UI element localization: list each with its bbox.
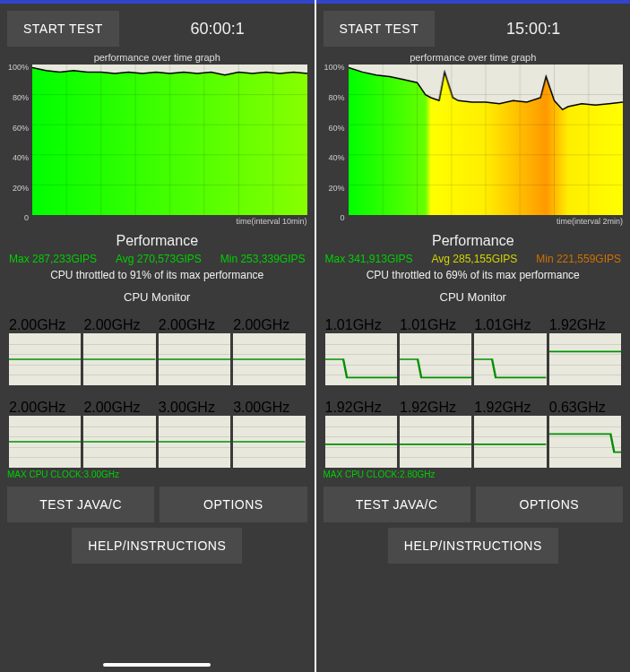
core-chart: [325, 416, 397, 468]
help-button[interactable]: HELP/INSTRUCTIONS: [388, 528, 558, 564]
y-tick-label: 80%: [13, 93, 29, 102]
cpu-grid: 2.00GHz2.00GHz2.00GHz2.00GHz2.00GHz2.00G…: [7, 306, 307, 468]
core-chart: [9, 333, 81, 385]
y-tick-label: 100%: [324, 63, 344, 72]
core-freq-label: 2.00GHz: [159, 317, 230, 333]
y-tick-label: 20%: [328, 184, 344, 193]
core-freq-label: 2.00GHz: [233, 317, 305, 333]
y-tick-label: 100%: [8, 63, 29, 72]
core-freq-label: 3.00GHz: [159, 400, 230, 416]
core-chart: [549, 333, 621, 385]
core-chart: [474, 333, 546, 385]
core-chart: [233, 416, 305, 468]
chart-title: performance over time graph: [324, 52, 624, 63]
performance-chart: 100%80%60%40%20%0: [349, 65, 624, 215]
cpu-monitor-title: CPU Monitor: [7, 290, 307, 304]
test-java-button[interactable]: TEST JAVA/C: [7, 487, 154, 522]
core-freq-label: 2.00GHz: [83, 400, 155, 416]
core-chart: [474, 416, 546, 468]
min-stat: Min 221,559GIPS: [536, 253, 621, 265]
core-freq-label: 2.00GHz: [83, 317, 155, 333]
core-chart: [83, 416, 155, 468]
core-freq-label: 1.92GHz: [549, 317, 621, 333]
options-button[interactable]: OPTIONS: [476, 487, 623, 522]
y-tick-label: 60%: [328, 124, 344, 133]
test-java-button[interactable]: TEST JAVA/C: [324, 487, 470, 522]
y-tick-label: 60%: [13, 124, 29, 133]
y-tick-label: 0: [24, 213, 29, 222]
core-chart: [9, 416, 81, 468]
x-axis-label: time(interval 10min): [32, 217, 307, 226]
y-tick-label: 40%: [13, 153, 29, 162]
y-tick-label: 40%: [328, 153, 344, 162]
options-button[interactable]: OPTIONS: [160, 487, 306, 522]
core-freq-label: 1.01GHz: [400, 317, 471, 333]
core-chart: [325, 333, 397, 385]
core-chart: [159, 416, 230, 468]
cpu-monitor-title: CPU Monitor: [324, 290, 624, 304]
core-freq-label: 1.92GHz: [400, 400, 471, 416]
core-freq-label: 1.01GHz: [325, 317, 397, 333]
app-panel: START TEST15:00:1performance over time g…: [316, 0, 631, 672]
max-stat: Max 287,233GIPS: [9, 253, 97, 265]
start-test-button[interactable]: START TEST: [324, 11, 436, 47]
core-freq-label: 2.00GHz: [9, 400, 81, 416]
core-freq-label: 0.63GHz: [549, 400, 621, 416]
core-freq-label: 1.01GHz: [474, 317, 546, 333]
home-indicator: [103, 663, 211, 667]
help-button[interactable]: HELP/INSTRUCTIONS: [72, 528, 242, 564]
cpu-grid: 1.01GHz1.01GHz1.01GHz1.92GHz1.92GHz1.92G…: [324, 306, 624, 468]
avg-stat: Avg 270,573GIPS: [116, 253, 202, 265]
x-axis-label: time(interval 2min): [349, 217, 624, 226]
core-chart: [159, 333, 230, 385]
core-chart: [549, 416, 621, 468]
throttle-text: CPU throttled to 91% of its max performa…: [7, 269, 307, 281]
chart-title: performance over time graph: [7, 52, 307, 63]
max-clock-label: MAX CPU CLOCK:2.80GHz: [324, 470, 624, 479]
start-test-button[interactable]: START TEST: [7, 11, 119, 47]
app-panel: START TEST60:00:1performance over time g…: [0, 0, 315, 672]
max-clock-label: MAX CPU CLOCK:3.00GHz: [7, 470, 307, 479]
performance-title: Performance: [7, 233, 307, 249]
performance-title: Performance: [324, 233, 624, 249]
core-freq-label: 3.00GHz: [233, 400, 305, 416]
timer-display: 60:00:1: [128, 20, 307, 39]
throttle-text: CPU throttled to 69% of its max performa…: [324, 269, 624, 281]
performance-chart: 100%80%60%40%20%0: [32, 65, 307, 215]
y-tick-label: 80%: [328, 93, 344, 102]
core-freq-label: 1.92GHz: [474, 400, 546, 416]
core-chart: [83, 333, 155, 385]
min-stat: Min 253,339GIPS: [220, 253, 306, 265]
core-chart: [400, 416, 471, 468]
max-stat: Max 341,913GIPS: [325, 253, 413, 265]
core-chart: [400, 333, 471, 385]
avg-stat: Avg 285,155GIPS: [431, 253, 517, 265]
core-freq-label: 2.00GHz: [9, 317, 81, 333]
core-chart: [233, 333, 305, 385]
y-tick-label: 20%: [13, 184, 29, 193]
timer-display: 15:00:1: [444, 20, 623, 39]
core-freq-label: 1.92GHz: [325, 400, 397, 416]
y-tick-label: 0: [340, 213, 344, 222]
